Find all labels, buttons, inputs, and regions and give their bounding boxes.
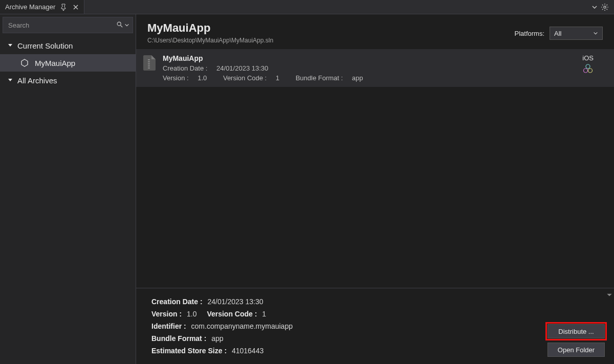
section-label: All Archives xyxy=(17,76,57,85)
archive-name: MyMauiApp xyxy=(163,54,575,62)
open-folder-button[interactable]: Open Folder xyxy=(547,343,605,357)
search-dropdown-caret-icon[interactable] xyxy=(124,21,129,29)
hexagon-icon xyxy=(20,59,29,67)
sidebar: Current Solution MyMauiApp All Archives xyxy=(0,14,136,364)
section-label: Current Solution xyxy=(17,41,73,50)
main: Current Solution MyMauiApp All Archives … xyxy=(0,14,614,364)
platform-label: iOS xyxy=(582,54,594,62)
detail-store-size-value: 41016443 xyxy=(232,347,264,355)
archive-meta-line-1: Creation Date : 24/01/2023 13:30 xyxy=(163,64,575,72)
window-menu-caret-icon[interactable] xyxy=(591,4,598,10)
svg-point-4 xyxy=(588,69,593,73)
titlebar-right xyxy=(591,3,614,11)
platforms-filter: Platforms: All xyxy=(514,27,603,40)
detail-version-code-label: Version Code : xyxy=(207,310,257,318)
platforms-label: Platforms: xyxy=(514,30,544,37)
caret-down-icon xyxy=(7,42,13,49)
version-code-label: Version Code : xyxy=(223,74,267,82)
detail-bundle-format: Bundle Format : app xyxy=(151,334,599,343)
svg-point-1 xyxy=(117,22,121,26)
tree: Current Solution MyMauiApp All Archives xyxy=(0,36,136,89)
archive-info: MyMauiApp Creation Date : 24/01/2023 13:… xyxy=(163,54,575,82)
search-bar[interactable] xyxy=(3,17,133,33)
tree-section-all-archives[interactable]: All Archives xyxy=(0,72,136,89)
tree-section-current-solution[interactable]: Current Solution xyxy=(0,37,136,54)
archive-row[interactable]: MyMauiApp Creation Date : 24/01/2023 13:… xyxy=(136,49,614,87)
archive-platform: iOS xyxy=(582,54,607,74)
archive-file-icon xyxy=(143,55,156,71)
version-code-value: 1 xyxy=(276,74,279,82)
titlebar: Archive Manager xyxy=(0,0,614,14)
svg-point-3 xyxy=(584,69,588,73)
tab-archive-manager[interactable]: Archive Manager xyxy=(0,0,84,14)
chevron-down-icon xyxy=(593,30,598,37)
archive-details: Creation Date : 24/01/2023 13:30 Version… xyxy=(136,288,614,364)
tab-title: Archive Manager xyxy=(5,3,55,11)
tree-item-mymauiapp[interactable]: MyMauiApp xyxy=(0,54,136,72)
titlebar-left: Archive Manager xyxy=(0,0,84,14)
search-icons xyxy=(116,21,129,30)
archives-empty-area xyxy=(136,87,614,288)
detail-store-size: Estimated Store Size : 41016443 xyxy=(151,347,599,355)
creation-date-label: Creation Date : xyxy=(163,64,207,72)
ios-knot-icon xyxy=(583,64,593,74)
close-icon[interactable] xyxy=(72,3,80,11)
detail-identifier-value: com.companyname.mymauiapp xyxy=(191,322,293,330)
platforms-selected-value: All xyxy=(554,30,561,37)
header-titles: MyMauiApp C:\Users\Desktop\MyMauiApp\MyM… xyxy=(147,21,273,44)
distribute-button[interactable]: Distribute ... xyxy=(547,324,605,338)
creation-date-value: 24/01/2023 13:30 xyxy=(216,64,268,72)
content-header: MyMauiApp C:\Users\Desktop\MyMauiApp\MyM… xyxy=(136,14,614,49)
bundle-format-value: app xyxy=(352,74,363,82)
tree-item-label: MyMauiApp xyxy=(35,59,75,67)
caret-down-icon xyxy=(7,77,13,83)
action-buttons: Distribute ... Open Folder xyxy=(547,324,605,357)
detail-identifier-label: Identifier : xyxy=(151,322,186,330)
detail-version-row: Version : 1.0 Version Code : 1 xyxy=(151,310,599,318)
detail-store-size-label: Estimated Store Size : xyxy=(151,347,227,355)
solution-path: C:\Users\Desktop\MyMauiApp\MyMauiApp.sln xyxy=(147,37,273,44)
version-value: 1.0 xyxy=(198,74,207,82)
archives-list: MyMauiApp Creation Date : 24/01/2023 13:… xyxy=(136,49,614,87)
bundle-format-label: Bundle Format : xyxy=(296,74,343,82)
version-label: Version : xyxy=(163,74,189,82)
detail-bundle-format-value: app xyxy=(211,334,223,343)
content: MyMauiApp C:\Users\Desktop\MyMauiApp\MyM… xyxy=(136,14,614,364)
gear-icon[interactable] xyxy=(601,3,609,11)
app-title: MyMauiApp xyxy=(147,21,273,35)
detail-bundle-format-label: Bundle Format : xyxy=(151,334,206,343)
platforms-select[interactable]: All xyxy=(550,27,603,40)
search-input[interactable] xyxy=(8,21,116,29)
search-icon[interactable] xyxy=(116,21,123,30)
archive-meta-line-2: Version : 1.0 Version Code : 1 Bundle Fo… xyxy=(163,74,575,82)
detail-identifier: Identifier : com.companyname.mymauiapp xyxy=(151,322,599,330)
svg-point-0 xyxy=(604,6,606,8)
detail-creation-date-value: 24/01/2023 13:30 xyxy=(207,298,263,306)
svg-point-2 xyxy=(586,64,590,69)
detail-version-code-value: 1 xyxy=(262,310,266,318)
detail-version-label: Version : xyxy=(151,310,182,318)
pin-icon[interactable] xyxy=(59,3,68,11)
detail-creation-date: Creation Date : 24/01/2023 13:30 xyxy=(151,298,599,306)
detail-version-value: 1.0 xyxy=(187,310,196,318)
detail-creation-date-label: Creation Date : xyxy=(151,298,203,306)
